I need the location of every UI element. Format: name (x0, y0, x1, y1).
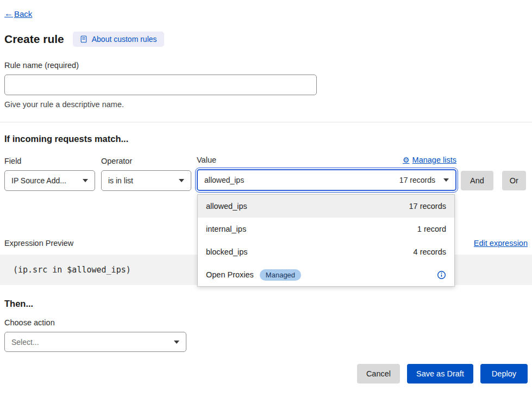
rule-name-input[interactable] (4, 75, 317, 95)
lists-dropdown: allowed_ips 17 records internal_ips 1 re… (197, 194, 455, 287)
match-heading: If incoming requests match... (4, 134, 528, 144)
value-select[interactable]: allowed_ips 17 records (197, 169, 456, 191)
edit-expression-link[interactable]: Edit expression (474, 239, 528, 248)
list-name: internal_ips (206, 225, 246, 233)
operator-select-value: is in list (108, 176, 133, 185)
then-heading: Then... (4, 299, 528, 309)
info-icon[interactable] (437, 270, 446, 280)
value-label: Value (197, 156, 216, 164)
back-link[interactable]: ←Back (4, 9, 32, 18)
about-custom-rules-link[interactable]: About custom rules (73, 32, 164, 47)
rule-name-group: Rule name (required) Give your rule a de… (4, 61, 528, 109)
value-column: Value ⚙ Manage lists allowed_ips 17 reco… (197, 156, 456, 191)
operator-label: Operator (101, 157, 132, 165)
field-select-value: IP Source Add... (11, 176, 66, 185)
dropdown-item-internal-ips[interactable]: internal_ips 1 record (198, 218, 454, 240)
cancel-button[interactable]: Cancel (357, 364, 400, 384)
page-title: Create rule (4, 33, 64, 46)
dropdown-item-blocked-ips[interactable]: blocked_ips 4 records (198, 240, 454, 263)
list-records: 1 record (417, 225, 446, 233)
rule-name-help: Give your rule a descriptive name. (4, 100, 528, 109)
save-draft-button[interactable]: Save as Draft (407, 364, 473, 384)
value-select-value: allowed_ips (204, 176, 244, 184)
field-column: Field IP Source Add... (4, 157, 95, 191)
list-name: allowed_ips (206, 202, 247, 211)
chevron-down-icon (179, 179, 184, 182)
list-name: blocked_ips (206, 248, 248, 256)
list-name: Open Proxies (206, 270, 254, 279)
about-custom-rules-label: About custom rules (92, 35, 157, 44)
title-row: Create rule About custom rules (4, 32, 528, 47)
field-select[interactable]: IP Source Add... (4, 170, 95, 191)
value-records: 17 records (399, 176, 435, 184)
create-rule-page: ←Back Create rule About custom rules Rul… (0, 0, 532, 384)
condition-buttons: And Or (461, 171, 526, 191)
back-label: Back (14, 9, 32, 18)
gear-icon: ⚙ (403, 156, 410, 164)
footer-actions: Cancel Save as Draft Deploy (4, 364, 528, 384)
manage-lists-label: Manage lists (412, 156, 456, 164)
dropdown-item-allowed-ips[interactable]: allowed_ips 17 records (198, 195, 454, 218)
book-icon (80, 35, 87, 43)
and-button[interactable]: And (461, 171, 493, 190)
dropdown-item-open-proxies[interactable]: Open Proxies Managed (198, 263, 454, 286)
deploy-button[interactable]: Deploy (480, 364, 528, 384)
field-label: Field (4, 157, 21, 165)
list-records: 17 records (409, 202, 446, 211)
action-select-placeholder: Select... (11, 338, 39, 347)
choose-action-label: Choose action (4, 318, 528, 327)
chevron-down-icon (174, 341, 179, 344)
back-arrow-icon: ← (4, 9, 13, 18)
operator-column: Operator is in list (101, 157, 191, 191)
or-button[interactable]: Or (502, 171, 526, 190)
section-divider (0, 122, 532, 122)
action-select[interactable]: Select... (4, 332, 186, 352)
match-controls: Field IP Source Add... Operator is in li… (4, 156, 528, 191)
manage-lists-link[interactable]: ⚙ Manage lists (403, 156, 456, 164)
chevron-down-icon (83, 179, 88, 182)
expression-preview-label: Expression Preview (4, 239, 73, 248)
list-records: 4 records (414, 248, 446, 256)
managed-badge: Managed (260, 269, 301, 281)
chevron-down-icon (443, 178, 449, 182)
operator-select[interactable]: is in list (101, 170, 191, 191)
rule-name-label: Rule name (required) (4, 61, 528, 70)
